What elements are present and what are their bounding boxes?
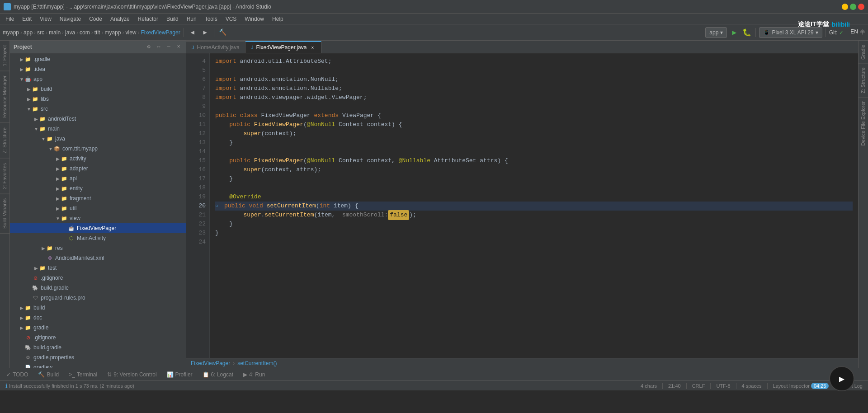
tree-item-gitignore-root[interactable]: ⊘ .gitignore xyxy=(10,333,186,343)
breadcrumb-method[interactable]: setCurrentItem() xyxy=(237,360,277,366)
tree-item-build[interactable]: ▶ 📁 build xyxy=(10,84,186,94)
breadcrumb-src[interactable]: src xyxy=(37,29,44,36)
close-button[interactable] xyxy=(858,4,864,10)
back-button[interactable]: ◀ xyxy=(187,27,198,38)
tree-item-gitignore-app[interactable]: ⊘ .gitignore xyxy=(10,273,186,283)
tree-item-java[interactable]: ▼ 📁 java xyxy=(10,134,186,144)
project-collapse-btn[interactable]: — xyxy=(165,43,172,51)
bottom-tab-vcs[interactable]: ⇅ 9: Version Control xyxy=(103,369,161,380)
breadcrumb-file[interactable]: FixedViewPager xyxy=(191,360,230,366)
toolbar-ime-btn[interactable]: 半 xyxy=(860,28,865,36)
video-thumbnail[interactable]: ▶ xyxy=(829,366,854,391)
left-label-structure[interactable]: Z: Structure xyxy=(0,123,9,158)
status-position[interactable]: 21:40 xyxy=(666,383,683,389)
maximize-button[interactable] xyxy=(850,4,856,10)
menu-item-vcs[interactable]: VCS xyxy=(222,15,241,23)
tree-item-main[interactable]: ▼ 📁 main xyxy=(10,124,186,134)
tree-item-test[interactable]: ▶ 📁 test xyxy=(10,263,186,273)
tree-item-app[interactable]: ▼ 🤖 app xyxy=(10,74,186,84)
tree-item-res[interactable]: ▶ 📁 res xyxy=(10,243,186,253)
tree-item-build-gradle-root[interactable]: 🐘 build.gradle xyxy=(10,343,186,352)
tree-item-build-root[interactable]: ▶ 📁 build xyxy=(10,303,186,313)
tree-item-gradle-props[interactable]: ⚙ gradle.properties xyxy=(10,352,186,362)
left-label-resource[interactable]: Resource Manager xyxy=(0,71,9,123)
right-label-device-explorer[interactable]: Device File Explorer xyxy=(859,97,868,149)
bottom-tab-logcat[interactable]: 📋 6: Logcat xyxy=(198,369,238,380)
tree-item-doc[interactable]: ▶ 📁 doc xyxy=(10,313,186,323)
menu-item-tools[interactable]: Tools xyxy=(201,15,221,23)
tree-item-view[interactable]: ▼ 📁 view xyxy=(10,213,186,223)
build-button[interactable]: 🔨 xyxy=(217,27,228,38)
menu-item-code[interactable]: Code xyxy=(85,15,106,23)
tree-item-proguard[interactable]: 🛡 proguard-rules.pro xyxy=(10,293,186,303)
status-indent[interactable]: 4 spaces xyxy=(740,383,764,389)
right-label-structure[interactable]: Z: Structure xyxy=(859,63,868,97)
bottom-tab-todo[interactable]: ✓ TODO xyxy=(2,369,33,380)
tree-item-util[interactable]: ▶ 📁 util xyxy=(10,203,186,213)
run-config-selector[interactable]: app ▾ xyxy=(705,27,727,38)
tree-item-fixedviewpager[interactable]: ☕ FixedViewPager xyxy=(10,223,186,233)
tree-item-libs[interactable]: ▶ 📁 libs xyxy=(10,94,186,104)
menu-item-build[interactable]: Build xyxy=(163,15,182,23)
breadcrumb-myapp2[interactable]: myapp xyxy=(104,29,121,36)
tab-close-btn[interactable]: × xyxy=(309,44,316,51)
device-label: Pixel 3 XL API 29 xyxy=(772,29,813,36)
status-chars[interactable]: 4 chars xyxy=(639,383,659,389)
breadcrumb-ttit[interactable]: ttit xyxy=(94,29,100,36)
tree-item-src[interactable]: ▼ 📁 src xyxy=(10,104,186,114)
breadcrumb-myapp[interactable]: myapp xyxy=(3,29,19,36)
menu-item-navigate[interactable]: Navigate xyxy=(56,15,85,23)
tab-homeactivity[interactable]: J HomeActivity.java xyxy=(186,41,245,53)
project-close-btn[interactable]: × xyxy=(175,43,182,51)
project-settings-btn[interactable]: ⚙ xyxy=(145,43,152,51)
debug-button[interactable]: 🐛 xyxy=(741,27,752,38)
menu-item-file[interactable]: File xyxy=(2,15,18,23)
project-expand-btn[interactable]: ↔ xyxy=(155,43,162,51)
status-line-ending[interactable]: CRLF xyxy=(690,383,707,389)
tree-item-api[interactable]: ▶ 📁 api xyxy=(10,174,186,183)
right-label-gradle[interactable]: Gradle xyxy=(859,41,868,63)
breadcrumb-app[interactable]: app xyxy=(24,29,33,36)
bottom-tab-terminal[interactable]: >_ Terminal xyxy=(64,369,102,380)
tab-fixedviewpager[interactable]: J FixedViewPager.java × xyxy=(245,41,321,53)
menu-item-window[interactable]: Window xyxy=(241,15,268,23)
status-encoding[interactable]: UTF-8 xyxy=(714,383,732,389)
breadcrumb-com[interactable]: com xyxy=(80,29,90,36)
tree-item-activity[interactable]: ▶ 📁 activity xyxy=(10,154,186,164)
menu-item-edit[interactable]: Edit xyxy=(19,15,35,23)
breadcrumb-fixedviewpager[interactable]: FixedViewPager xyxy=(141,29,180,36)
status-layout-inspector[interactable]: Layout Inspector 04:25 xyxy=(771,383,831,389)
code-area[interactable]: import android.util.AttributeSet; import… xyxy=(210,53,858,358)
tree-item-idea[interactable]: ▶ 📁 .idea xyxy=(10,64,186,74)
menu-item-view[interactable]: View xyxy=(36,15,55,23)
bottom-tab-run[interactable]: ▶ 4: Run xyxy=(239,369,269,380)
breadcrumb-java[interactable]: java xyxy=(65,29,75,36)
tree-item-manifest[interactable]: ✤ AndroidManifest.xml xyxy=(10,253,186,263)
tree-item-build-gradle-app[interactable]: 🐘 build.gradle xyxy=(10,283,186,293)
left-label-project[interactable]: 1: Project xyxy=(0,41,9,71)
tree-label: .gitignore xyxy=(41,275,63,281)
tree-item-gradlew[interactable]: 📄 gradlew xyxy=(10,362,186,368)
breadcrumb-view[interactable]: view xyxy=(125,29,136,36)
tree-item-package[interactable]: ▼ 📦 com.ttit.myapp xyxy=(10,144,186,154)
menu-item-refactor[interactable]: Refactor xyxy=(134,15,162,23)
breadcrumb-main[interactable]: main xyxy=(49,29,61,36)
tree-item-androidtest[interactable]: ▶ 📁 androidTest xyxy=(10,114,186,124)
left-label-buildvariants[interactable]: Build Variants xyxy=(0,194,9,234)
tree-item-adapter[interactable]: ▶ 📁 adapter xyxy=(10,164,186,174)
forward-button[interactable]: ▶ xyxy=(200,27,211,38)
menu-item-analyze[interactable]: Analyze xyxy=(107,15,133,23)
bottom-tab-build[interactable]: 🔨 Build xyxy=(33,369,63,380)
tree-item-entity[interactable]: ▶ 📁 entity xyxy=(10,183,186,193)
tree-item-mainactivity[interactable]: ⬡ MainActivity xyxy=(10,233,186,243)
menu-item-run[interactable]: Run xyxy=(183,15,200,23)
tree-item-gradle-root[interactable]: ▶ 📁 gradle xyxy=(10,323,186,333)
menu-item-help[interactable]: Help xyxy=(269,15,287,23)
device-selector[interactable]: 📱 Pixel 3 XL API 29 ▾ xyxy=(759,27,822,38)
left-label-favorites[interactable]: 2: Favorites xyxy=(0,159,9,194)
tree-item-gradle[interactable]: ▶ 📁 .gradle xyxy=(10,54,186,64)
run-button[interactable]: ▶ xyxy=(729,27,740,38)
tree-item-fragment[interactable]: ▶ 📁 fragment xyxy=(10,193,186,203)
bottom-tab-profiler[interactable]: 📊 Profiler xyxy=(162,369,197,380)
minimize-button[interactable] xyxy=(842,4,848,10)
